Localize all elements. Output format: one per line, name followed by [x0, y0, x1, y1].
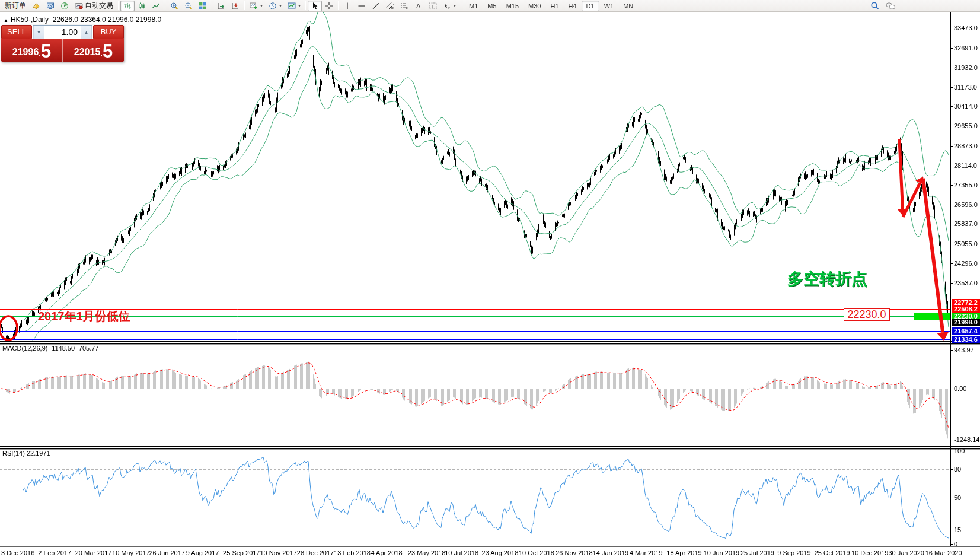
- toolbar-separator: [338, 1, 339, 10]
- auto-scroll-button[interactable]: [214, 1, 228, 11]
- zoom-out-button[interactable]: [181, 1, 196, 11]
- new-order-label: 新订单: [5, 1, 26, 11]
- templates-button[interactable]: ▾: [285, 1, 304, 11]
- rsi-tick-label: 0: [954, 540, 957, 548]
- buy-price[interactable]: 22015.5: [62, 39, 124, 62]
- radar-icon[interactable]: [58, 1, 72, 11]
- dropdown-caret: ▾: [454, 3, 456, 8]
- fibonacci-tool-button[interactable]: F: [397, 1, 411, 11]
- date-tick-label: 10 Oct 2018: [519, 549, 554, 556]
- date-tick-label: 9 Sep 2019: [777, 549, 810, 556]
- sell-price[interactable]: 21996.5: [1, 39, 62, 62]
- arrows-tool-button[interactable]: ▾: [440, 1, 459, 11]
- date-tick-label: 26 Jun 2017: [149, 549, 185, 556]
- date-tick-label: 10 Dec 2019: [851, 549, 888, 556]
- macd-indicator-label: MACD(12,26,9) -1148.50 -705.77: [2, 345, 98, 352]
- equidistant-channel-tool-button[interactable]: E: [383, 1, 397, 11]
- rsi-tick-label: 100: [954, 447, 965, 454]
- dropdown-caret: ▾: [260, 3, 263, 8]
- svg-text:T: T: [431, 3, 435, 9]
- buy-price-frac: 5: [103, 43, 113, 60]
- timeframe-H1[interactable]: H1: [545, 1, 563, 11]
- price-tick-label: 25837.0: [954, 220, 978, 227]
- chart-symbol-period: HK50-,Daily: [11, 15, 49, 24]
- mt4-window: 新订单 自动交易: [0, 0, 980, 560]
- volume-decrease-button[interactable]: ▾: [33, 26, 44, 39]
- price-tick-label: 31173.0: [954, 84, 977, 91]
- vertical-line-tool-button[interactable]: [340, 1, 355, 11]
- periods-button[interactable]: ▾: [266, 1, 285, 11]
- candlestick-mode-button[interactable]: [135, 1, 149, 11]
- timeframe-M30[interactable]: M30: [523, 1, 545, 11]
- toolbar-separator: [305, 1, 306, 10]
- date-tick-label: 10 Jul 2018: [445, 549, 478, 556]
- date-tick-label: 3 Dec 2016: [1, 549, 34, 556]
- price-tick-label: 32691.0: [954, 44, 978, 52]
- date-tick-label: 30 Jan 2020: [888, 549, 924, 556]
- date-tick-label: 10 Jun 2019: [704, 549, 740, 556]
- horizontal-line-tool-button[interactable]: [355, 1, 369, 11]
- buy-button[interactable]: BUY: [93, 25, 124, 39]
- autotrading-label: 自动交易: [85, 1, 113, 11]
- bar-chart-mode-button[interactable]: [120, 1, 135, 11]
- market-watch-icon[interactable]: [43, 1, 58, 11]
- text-label-tool-button[interactable]: T: [426, 1, 440, 11]
- price-tick-label: 28114.0: [954, 162, 977, 169]
- cursor-tool-button[interactable]: [308, 1, 322, 11]
- sell-button[interactable]: SELL: [1, 25, 32, 39]
- date-tick-label: 14 Jan 2019: [593, 549, 629, 556]
- timeframe-M5[interactable]: M5: [483, 1, 501, 11]
- trendline-tool-button[interactable]: [369, 1, 383, 11]
- toolbar-separator: [118, 1, 119, 10]
- trade-panel-prices: 21996.5 22015.5: [1, 39, 124, 62]
- macd-tick-label: -1248.14: [954, 436, 979, 443]
- crosshair-tool-button[interactable]: [322, 1, 336, 11]
- toolbar-separator: [212, 1, 212, 10]
- tile-windows-button[interactable]: [196, 1, 210, 11]
- macd-tick-label: 0.00: [954, 385, 966, 392]
- timeframe-W1[interactable]: W1: [599, 1, 619, 11]
- timeframe-D1[interactable]: D1: [582, 1, 599, 11]
- timeframe-M15[interactable]: M15: [502, 1, 523, 11]
- level-price-label: 21334.6: [952, 336, 980, 343]
- toolbar-separator: [461, 1, 461, 10]
- volume-increase-button[interactable]: ▴: [81, 26, 92, 39]
- timeframe-MN[interactable]: MN: [618, 1, 638, 11]
- level-price-box: 22230.0: [844, 308, 890, 321]
- one-click-collapse-arrow[interactable]: ▲: [4, 18, 8, 23]
- level-price-label: 21998.0: [952, 319, 980, 326]
- dropdown-caret: ▾: [298, 3, 301, 8]
- dropdown-caret: ▾: [279, 3, 282, 8]
- price-tick-label: 28873.0: [954, 142, 978, 149]
- date-tick-label: 18 Apr 2019: [666, 549, 701, 556]
- new-order-button[interactable]: 新订单: [2, 1, 29, 11]
- zoom-in-button[interactable]: [167, 1, 181, 11]
- main-toolbar: 新订单 自动交易: [0, 0, 980, 12]
- history-book-icon[interactable]: [29, 1, 43, 11]
- line-chart-mode-button[interactable]: [149, 1, 163, 11]
- date-tick-label: 16 Mar 2020: [925, 549, 962, 556]
- timeframe-H4[interactable]: H4: [564, 1, 582, 11]
- svg-text:F: F: [406, 7, 408, 10]
- indicators-button[interactable]: ▾: [247, 1, 266, 11]
- date-tick-label: 10 May 2017: [112, 549, 150, 556]
- chart-shift-button[interactable]: [228, 1, 242, 11]
- timeframe-M1[interactable]: M1: [464, 1, 483, 11]
- svg-text:A: A: [416, 2, 421, 9]
- search-icon[interactable]: [870, 1, 880, 12]
- date-tick-label: 13 Feb 2018: [334, 549, 371, 556]
- text-tool-button[interactable]: A: [411, 1, 426, 11]
- chat-icon[interactable]: [886, 1, 896, 12]
- toolbar-separator: [244, 1, 245, 10]
- price-tick-label: 33473.0: [954, 24, 978, 31]
- buy-button-label: BUY: [100, 27, 117, 37]
- date-tick-label: 25 Oct 2019: [815, 549, 850, 556]
- date-tick-label: 10 Nov 2017: [260, 549, 296, 556]
- date-tick-label: 25 Jul 2019: [740, 549, 774, 556]
- date-tick-label: 4 Apr 2018: [371, 549, 403, 556]
- autotrading-button[interactable]: 自动交易: [72, 1, 116, 11]
- date-tick-label: 23 Aug 2018: [482, 549, 519, 556]
- volume-input[interactable]: [44, 26, 81, 39]
- date-tick-label: 23 May 2018: [408, 549, 446, 556]
- price-tick-label: 26596.0: [954, 201, 978, 208]
